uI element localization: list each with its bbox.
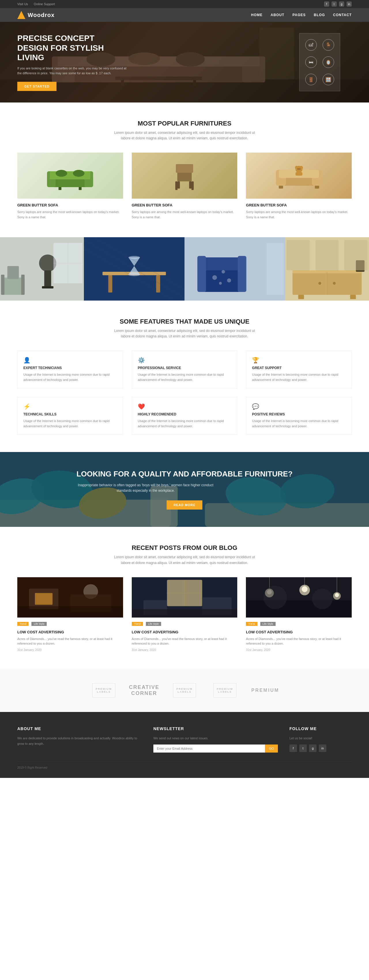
svg-rect-68 — [267, 243, 284, 295]
partners-row: PREMIUM LABELS CREATIVE CORNER premium l… — [17, 683, 352, 698]
blog-badge-2b: Life Style — [146, 622, 161, 626]
blog-img-3 — [246, 577, 352, 617]
logo[interactable]: Woodrox — [17, 11, 54, 19]
footer-tw-icon[interactable]: t — [299, 745, 307, 752]
svg-rect-19 — [59, 187, 61, 190]
hero-icon-door: 🚪 — [305, 74, 317, 85]
svg-rect-62 — [198, 256, 206, 292]
top-fb-icon[interactable]: f — [324, 2, 329, 6]
blog-date-3: 31st January, 2020 — [246, 648, 352, 652]
furniture-img-3 — [246, 153, 352, 199]
svg-point-10 — [128, 52, 160, 65]
svg-rect-79 — [316, 240, 339, 270]
hero-icon-mirror: 🪞 — [323, 56, 334, 68]
svg-point-18 — [73, 170, 85, 177]
feature-item-5: ❤️ HIGHLY RECOMENDED Usage of the Intern… — [132, 397, 238, 435]
partner-logo-2: CREATIVE CORNER — [133, 683, 156, 698]
top-bar-right: f t g in — [324, 2, 352, 6]
hero-title: PRECISE CONCEPT DESIGN FOR STYLISH LIVIN… — [17, 33, 127, 62]
svg-point-34 — [297, 168, 299, 170]
blog-post-title-1: LOW COST ADVERTISING — [17, 630, 123, 634]
footer-newsletter-form: GO — [153, 745, 278, 752]
newsletter-submit-button[interactable]: GO — [265, 745, 278, 752]
cta-banner: LOOKING FOR A QUALITY AND AFFORDABLE FUR… — [0, 452, 369, 527]
feature-item-2: ⚙️ PROFESSIONAL SERVICE Usage of the Int… — [132, 351, 238, 388]
newsletter-email-input[interactable] — [153, 745, 265, 752]
feature-item-3: 🏆 GREAT SUPPORT Usage of the Internet is… — [246, 351, 352, 388]
nav-blog[interactable]: BLOG — [314, 13, 325, 17]
blog-card-3: Trend Life Style LOW COST ADVERTISING Ac… — [246, 577, 352, 652]
online-support-label: Online Support — [34, 2, 55, 6]
svg-rect-76 — [350, 295, 356, 299]
nav-pages[interactable]: PAGES — [292, 13, 305, 17]
svg-rect-95 — [35, 593, 53, 605]
gallery-item-1 — [0, 237, 84, 301]
svg-point-55 — [128, 273, 140, 276]
svg-rect-21 — [177, 171, 192, 181]
svg-rect-36 — [296, 172, 302, 176]
svg-rect-20 — [79, 187, 81, 190]
gallery-row — [0, 237, 369, 301]
blog-badge-1b: Life Style — [32, 622, 47, 626]
footer-about-title: ABOUT ME — [17, 726, 142, 731]
furniture-name-3: GREEN BUTTER SOFA — [246, 203, 352, 207]
furniture-name-1: GREEN BUTTER SOFA — [17, 203, 123, 207]
footer-fb-icon[interactable]: f — [289, 745, 297, 752]
furnitures-section: MOST POPULAR FURNITURES Lorem ipsum dolo… — [0, 102, 369, 237]
furnitures-subtitle: Lorem ipsum dolor sit amet, consectetur … — [112, 130, 257, 141]
blog-date-2: 31st January, 2020 — [132, 648, 238, 652]
top-tw-icon[interactable]: t — [332, 2, 337, 6]
chair-icon: 🪑 — [323, 39, 334, 51]
positive-reviews-icon: 💬 — [252, 403, 346, 410]
blog-post-title-3: LOW COST ADVERTISING — [246, 630, 352, 634]
svg-point-115 — [335, 593, 339, 597]
feature-desc-1: Usage of the Internet is becoming more c… — [23, 372, 117, 382]
blog-img-2 — [132, 577, 238, 617]
feature-title-2: PROFESSIONAL SERVICE — [138, 366, 232, 370]
blog-badge-3b: Life Style — [260, 622, 276, 626]
svg-point-74 — [333, 282, 336, 285]
furniture-card-3: GREEN BUTTER SOFA Sorry laptops are amon… — [246, 153, 352, 220]
nav-home[interactable]: HOME — [251, 13, 263, 17]
mirror-icon: 🪞 — [323, 56, 334, 68]
svg-rect-53 — [156, 275, 160, 293]
svg-point-117 — [264, 585, 287, 609]
logo-text: Woodrox — [28, 12, 54, 18]
professional-service-icon: ⚙️ — [138, 357, 232, 364]
blog-badge-3a: Trend — [246, 622, 257, 626]
svg-rect-43 — [21, 275, 24, 295]
blog-title: RECENT POSTS FROM OUR BLOG — [17, 544, 352, 552]
hero-content: PRECISE CONCEPT DESIGN FOR STYLISH LIVIN… — [17, 33, 127, 91]
svg-rect-105 — [132, 609, 238, 617]
hero-icon-chair: 🪑 — [323, 39, 334, 51]
nav-about[interactable]: ABOUT — [271, 13, 284, 17]
footer-about-text: We are dedicated to provide solutions in… — [17, 736, 142, 746]
partner-box-2: CREATIVE CORNER — [133, 683, 156, 698]
svg-point-17 — [56, 170, 67, 177]
blog-subtitle: Lorem ipsum dolor sit amet, consectetur … — [112, 555, 257, 565]
cta-readmore-button[interactable]: READ MORE — [167, 500, 202, 509]
feature-title-3: GREAT SUPPORT — [252, 366, 346, 370]
svg-point-118 — [312, 589, 332, 609]
footer-gp-icon[interactable]: g — [309, 745, 316, 752]
footer-grid: ABOUT ME We are dedicated to provide sol… — [17, 726, 352, 752]
svg-rect-78 — [287, 240, 310, 270]
top-in-icon[interactable]: in — [347, 2, 352, 6]
feature-item-4: ⚡ TECHNICAL SKILLS Usage of the Internet… — [17, 397, 123, 435]
hero-icon-sofa: 🛋 — [305, 39, 317, 51]
partner-logo-3: premium labels — [173, 683, 196, 698]
blog-section: RECENT POSTS FROM OUR BLOG Lorem ipsum d… — [0, 527, 369, 668]
blog-grid: Trend Life Style LOW COST ADVERTISING Ac… — [17, 577, 352, 652]
hero-cta-button[interactable]: Get Started — [17, 82, 56, 91]
blog-card-2: Trend Life Style LOW COST ADVERTISING Ac… — [132, 577, 238, 652]
blog-card-1: Trend Life Style LOW COST ADVERTISING Ac… — [17, 577, 123, 652]
footer-in-icon[interactable]: in — [319, 745, 326, 752]
top-gp-icon[interactable]: g — [339, 2, 344, 6]
features-subtitle: Lorem ipsum dolor sit amet, consectetur … — [112, 328, 257, 339]
footer-follow-title: FOLLOW ME — [289, 726, 352, 731]
furniture-desc-1: Sorry laptops are among the most well-kn… — [17, 210, 123, 220]
logo-icon — [17, 11, 26, 19]
nav-contact[interactable]: CONTACT — [333, 13, 352, 17]
feature-title-5: HIGHLY RECOMENDED — [138, 412, 232, 416]
footer-follow-text: Let us be social! — [289, 736, 352, 741]
